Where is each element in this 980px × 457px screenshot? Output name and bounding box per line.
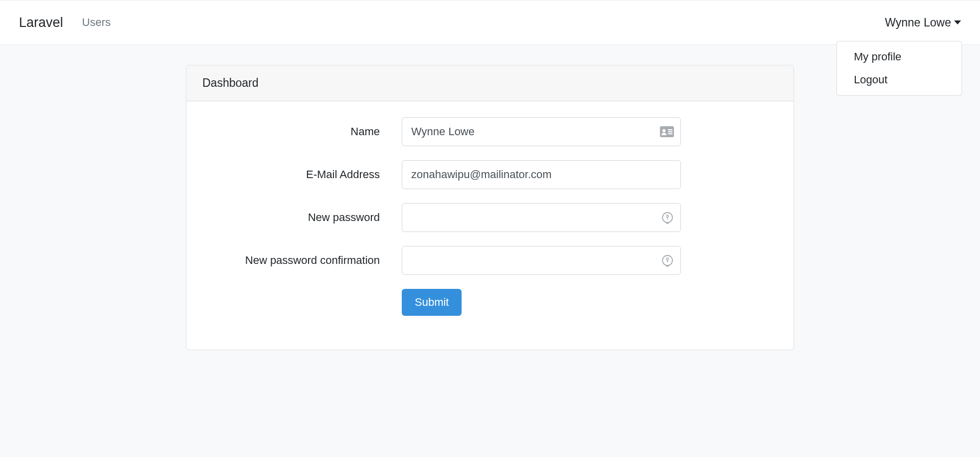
input-email[interactable] bbox=[402, 160, 681, 189]
label-email: E-Mail Address bbox=[206, 168, 402, 181]
container: Dashboard Name bbox=[181, 65, 799, 350]
caret-down-icon bbox=[954, 20, 961, 24]
card-body: Name bbox=[186, 101, 794, 350]
user-name: Wynne Lowe bbox=[885, 16, 951, 29]
user-dropdown: My profile Logout bbox=[836, 41, 962, 96]
field-new-password: New password bbox=[206, 203, 774, 232]
field-email: E-Mail Address bbox=[206, 160, 774, 189]
svg-rect-4 bbox=[668, 133, 672, 134]
input-name[interactable] bbox=[402, 117, 681, 146]
label-password-confirmation: New password confirmation bbox=[206, 254, 402, 267]
svg-rect-8 bbox=[666, 258, 668, 260]
label-name: Name bbox=[206, 125, 402, 138]
dashboard-card: Dashboard Name bbox=[186, 65, 794, 350]
submit-row: Submit bbox=[206, 289, 774, 316]
dropdown-my-profile[interactable]: My profile bbox=[837, 45, 962, 68]
submit-button[interactable]: Submit bbox=[402, 289, 462, 316]
password-key-icon bbox=[661, 211, 674, 224]
brand[interactable]: Laravel bbox=[19, 15, 63, 30]
input-new-password[interactable] bbox=[402, 203, 681, 232]
field-name: Name bbox=[206, 117, 774, 146]
svg-rect-6 bbox=[666, 215, 668, 217]
id-card-icon bbox=[660, 126, 674, 137]
field-password-confirmation: New password confirmation bbox=[206, 246, 774, 275]
dropdown-logout[interactable]: Logout bbox=[837, 68, 962, 91]
card-header: Dashboard bbox=[186, 65, 794, 101]
svg-rect-3 bbox=[668, 131, 672, 132]
label-new-password: New password bbox=[206, 211, 402, 224]
user-menu-toggle[interactable]: Wynne Lowe bbox=[885, 16, 961, 29]
svg-rect-2 bbox=[668, 129, 672, 130]
password-key-icon bbox=[661, 254, 674, 267]
users-link[interactable]: Users bbox=[82, 16, 111, 29]
navbar: Laravel Users Wynne Lowe bbox=[0, 0, 980, 45]
input-password-confirmation[interactable] bbox=[402, 246, 681, 275]
svg-point-1 bbox=[662, 129, 665, 132]
